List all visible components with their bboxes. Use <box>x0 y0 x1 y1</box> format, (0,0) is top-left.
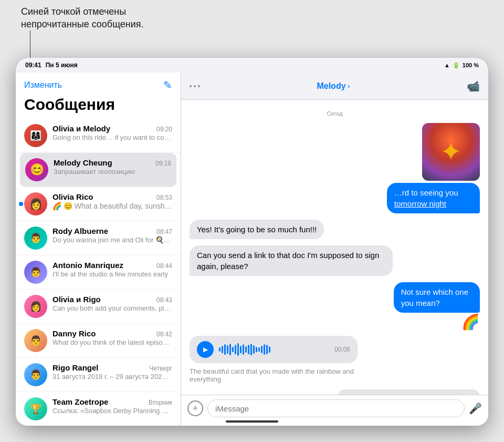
conv-content-rody: Rody Albuerne 08:47 Do you wanna join me… <box>52 227 172 244</box>
unread-dot <box>19 202 23 206</box>
conv-preview: 🌈 😊 What a beautiful day, sunshine! <box>52 202 172 210</box>
avatar-danny: 👨 <box>24 329 47 352</box>
conv-content-melody: Melody Cheung 09:18 Запрашивает геопозиц… <box>54 158 171 176</box>
ipad-frame: 09:41 Пн 5 июня ▲ 🔋 100 % Изменить ✎ Соо… <box>16 58 488 426</box>
chat-messages: Сегод …rd to seeing you tomorrow night Y… <box>181 100 488 395</box>
conv-time: 08:42 <box>156 331 172 338</box>
bubble-incoming-link: Can you send a link to that doc I'm supp… <box>190 245 393 276</box>
conv-item-team[interactable]: 🏆 Team Zoetrope Вторник Ссылка: «Soapbox… <box>16 392 181 426</box>
contact-name-label: Melody <box>317 81 345 91</box>
conv-time: 08:44 <box>156 262 172 270</box>
conv-content-antonio: Antonio Manriquez 08:44 I'll be at the s… <box>52 261 172 278</box>
microphone-button[interactable]: 🎤 <box>469 402 482 415</box>
conv-time: Вторник <box>149 399 172 406</box>
avatar-rigo: 👨 <box>24 363 47 386</box>
audio-bubble[interactable]: ▶ <box>190 336 358 363</box>
chevron-icon: › <box>348 83 350 90</box>
conv-preview: Ссылка: «Soapbox Derby Planning Demo Boa… <box>52 407 172 415</box>
conv-content-olivia-rico: Olivia Rico 08:53 🌈 😊 What a beautiful d… <box>52 192 172 210</box>
conv-name: Olivia Rico <box>52 192 93 201</box>
avatar-olivia-rigo: 👩 <box>24 295 47 318</box>
bubble-incoming-fun: Yes! It's going to be so much fun!!! <box>190 220 324 239</box>
conv-item-olivia-rico[interactable]: 👩 Olivia Rico 08:53 🌈 😊 What a beautiful… <box>16 187 181 221</box>
conv-preview: Can you both add your comments, please? <box>52 304 172 312</box>
header-dots <box>190 85 200 87</box>
add-button[interactable]: + <box>187 400 203 416</box>
conv-content-team: Team Zoetrope Вторник Ссылка: «Soapbox D… <box>52 397 172 415</box>
msg-row-fun: Yes! It's going to be so much fun!!! <box>190 220 480 239</box>
sidebar-title: Сообщения <box>16 96 181 119</box>
conv-content-olivia-melody: Olivia и Melody 09:20 Going on this ride… <box>52 124 172 141</box>
conv-name: Antonio Manriquez <box>52 261 123 270</box>
sidebar: Изменить ✎ Сообщения 👩‍👩‍👧 Olivia и Melo… <box>16 73 181 426</box>
card-bubble[interactable]: 🎨 Greeting Card to Sign Freeform 👥 <box>338 389 480 395</box>
message-input[interactable] <box>207 399 465 417</box>
rainbow-emoji: 🌈 <box>461 315 480 330</box>
status-right: ▲ 🔋 100 % <box>444 62 479 69</box>
bubble-outgoing-night: …rd to seeing you tomorrow night <box>387 183 480 213</box>
chat-area: Melody › 📹 Сегод …rd to seeing you tomor… <box>181 73 488 426</box>
conv-content-rigo: Rigo Rangel Четверг 31 августа 2018 г. –… <box>52 363 172 381</box>
msg-row-audio: ▶ <box>190 336 480 383</box>
msg-row-card: 🎨 Greeting Card to Sign Freeform 👥 <box>190 389 480 395</box>
starburst-image <box>422 123 480 181</box>
conv-item-olivia-melody[interactable]: 👩‍👩‍👧 Olivia и Melody 09:20 Going on thi… <box>16 119 181 153</box>
waveform <box>219 343 329 356</box>
conversation-list: 👩‍👩‍👧 Olivia и Melody 09:20 Going on thi… <box>16 119 181 426</box>
status-day: Пн 5 июня <box>46 61 78 69</box>
conv-time: 08:47 <box>156 228 172 235</box>
compose-button[interactable]: ✎ <box>163 79 172 91</box>
conv-item-olivia-rigo[interactable]: 👩 Olivia и Rigo 08:43 Can you both add y… <box>16 290 181 324</box>
msg-row-image: …rd to seeing you tomorrow night <box>190 123 480 213</box>
edit-button[interactable]: Изменить <box>24 80 62 90</box>
battery-label: 100 % <box>463 62 479 68</box>
battery-icon: 🔋 <box>453 62 460 69</box>
status-left: 09:41 Пн 5 июня <box>25 61 78 69</box>
conv-name: Melody Cheung <box>54 158 112 167</box>
conv-item-antonio[interactable]: 👨 Antonio Manriquez 08:44 I'll be at the… <box>16 255 181 290</box>
msg-row-notsure: Not sure which one you mean? 🌈 <box>190 282 480 330</box>
audio-duration: 00:06 <box>334 346 350 353</box>
conv-preview: Going on this ride… if you want to come … <box>52 133 172 141</box>
bubble-outgoing-notsure: Not sure which one you mean? <box>394 282 480 313</box>
conv-item-danny[interactable]: 👨 Danny Rico 08:42 What do you think of … <box>16 324 181 358</box>
conv-content-danny: Danny Rico 08:42 What do you think of th… <box>52 329 172 346</box>
wifi-icon: ▲ <box>444 62 450 68</box>
status-time: 09:41 <box>25 61 41 69</box>
chat-contact-name[interactable]: Melody › <box>317 81 350 91</box>
avatar-rody: 👨 <box>24 227 47 250</box>
sidebar-header: Изменить ✎ <box>16 73 181 96</box>
conv-name: Rigo Rangel <box>52 363 99 372</box>
conv-time: 09:20 <box>156 126 172 133</box>
msg-row-link: Can you send a link to that doc I'm supp… <box>190 245 480 276</box>
avatar-olivia-rico: 👩 <box>24 192 47 215</box>
conv-name: Olivia и Rigo <box>52 295 101 304</box>
app-container: Изменить ✎ Сообщения 👩‍👩‍👧 Olivia и Melo… <box>16 73 488 426</box>
play-button[interactable]: ▶ <box>197 341 214 358</box>
avatar-antonio: 👨 <box>24 261 47 284</box>
conv-time: Четверг <box>149 365 172 372</box>
chat-header: Melody › 📹 <box>181 73 488 100</box>
conv-time: 08:43 <box>156 296 172 304</box>
conv-content-olivia-rigo: Olivia и Rigo 08:43 Can you both add you… <box>52 295 172 312</box>
conv-preview: What do you think of the latest episode? <box>52 338 172 346</box>
date-label: Сегод <box>190 110 480 117</box>
conv-preview: Do you wanna join me and Oli for 🍳 🌮 🔍 b… <box>52 236 172 244</box>
conv-item-rigo[interactable]: 👨 Rigo Rangel Четверг 31 августа 2018 г.… <box>16 358 181 392</box>
conv-time: 08:53 <box>156 194 172 201</box>
conv-preview: Запрашивает геопозицию <box>54 168 171 176</box>
conv-name: Danny Rico <box>52 329 96 338</box>
status-bar: 09:41 Пн 5 июня ▲ 🔋 100 % <box>16 58 488 73</box>
conv-name: Olivia и Melody <box>52 124 110 133</box>
avatar-melody: 😊 <box>25 158 48 181</box>
conv-item-melody[interactable]: 😊 Melody Cheung 09:18 Запрашивает геопоз… <box>20 153 176 187</box>
conv-name: Team Zoetrope <box>52 397 108 406</box>
conv-time: 09:18 <box>155 160 171 167</box>
conv-name: Rody Albuerne <box>52 227 108 235</box>
video-call-button[interactable]: 📹 <box>467 80 480 92</box>
avatar-team: 🏆 <box>24 397 47 420</box>
annotation-unread: Синей точкой отмеченынепрочитанные сообщ… <box>21 5 144 31</box>
conv-preview: 31 августа 2018 г. – 29 августа 2022 г. … <box>52 373 172 381</box>
conv-preview: I'll be at the studio a few minutes earl… <box>52 270 172 278</box>
conv-item-rody[interactable]: 👨 Rody Albuerne 08:47 Do you wanna join … <box>16 221 181 255</box>
